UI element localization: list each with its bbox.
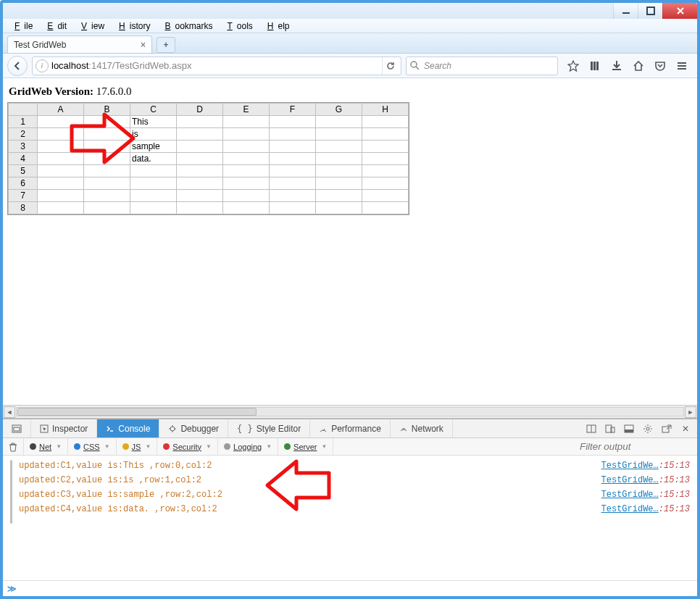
column-header-B[interactable]: B <box>84 104 130 116</box>
cell-E5[interactable] <box>223 165 270 177</box>
cell-F6[interactable] <box>270 177 316 190</box>
grid-corner[interactable] <box>9 104 38 116</box>
menu-tools[interactable]: Tools <box>218 21 257 31</box>
cell-D1[interactable] <box>177 116 223 128</box>
cell-F3[interactable] <box>270 141 316 153</box>
menu-file[interactable]: File <box>6 21 37 31</box>
cell-A3[interactable] <box>38 141 84 153</box>
devtools-popout-icon[interactable] <box>661 423 672 435</box>
cell-C6[interactable] <box>130 177 177 190</box>
cell-F8[interactable] <box>270 202 316 214</box>
console-log-source[interactable]: TestGridWe…:15:13 <box>601 461 690 471</box>
cell-D2[interactable] <box>177 128 223 141</box>
filter-logging[interactable]: Logging▼ <box>218 438 278 455</box>
cell-E4[interactable] <box>223 153 270 165</box>
cell-G4[interactable] <box>316 153 362 165</box>
cell-C8[interactable] <box>130 202 177 214</box>
cell-H4[interactable] <box>362 153 409 165</box>
cell-F1[interactable] <box>270 116 316 128</box>
devtools-settings-icon[interactable] <box>642 423 654 435</box>
console-log-source[interactable]: TestGridWe…:15:13 <box>601 490 690 500</box>
window-maximize-button[interactable] <box>638 3 662 19</box>
tab-performance[interactable]: Performance <box>310 419 391 437</box>
cell-C3[interactable]: sample <box>130 141 177 153</box>
cell-E8[interactable] <box>223 202 270 214</box>
row-header-1[interactable]: 1 <box>9 116 38 128</box>
scroll-left-button[interactable]: ◄ <box>4 406 15 418</box>
row-header-7[interactable]: 7 <box>9 190 38 202</box>
new-tab-button[interactable]: + <box>157 37 175 53</box>
cell-E3[interactable] <box>223 141 270 153</box>
cell-E6[interactable] <box>223 177 270 190</box>
tab-inspector[interactable]: Inspector <box>31 419 97 437</box>
console-prompt[interactable]: ≫ <box>3 580 697 596</box>
cell-G6[interactable] <box>316 177 362 190</box>
console-log-source[interactable]: TestGridWe…:15:13 <box>601 475 690 485</box>
cell-B3[interactable] <box>84 141 130 153</box>
cell-D4[interactable] <box>177 153 223 165</box>
horizontal-scrollbar[interactable]: ◄ ► <box>3 405 697 418</box>
column-header-D[interactable]: D <box>177 104 223 116</box>
cell-C5[interactable] <box>130 165 177 177</box>
cell-A6[interactable] <box>38 177 84 190</box>
cell-B5[interactable] <box>84 165 130 177</box>
cell-F7[interactable] <box>270 190 316 202</box>
menu-help[interactable]: Help <box>259 21 294 31</box>
devtools-responsive-icon[interactable] <box>604 423 616 435</box>
cell-G2[interactable] <box>316 128 362 141</box>
menu-view[interactable]: View <box>72 21 109 31</box>
cell-H5[interactable] <box>362 165 409 177</box>
column-header-C[interactable]: C <box>130 104 177 116</box>
cell-D6[interactable] <box>177 177 223 190</box>
tab-console[interactable]: Console <box>97 419 159 437</box>
cell-E1[interactable] <box>223 116 270 128</box>
cell-F4[interactable] <box>270 153 316 165</box>
cell-A2[interactable] <box>38 128 84 141</box>
cell-B1[interactable] <box>84 116 130 128</box>
row-header-8[interactable]: 8 <box>9 202 38 214</box>
cell-H7[interactable] <box>362 190 409 202</box>
cell-H3[interactable] <box>362 141 409 153</box>
console-log-source[interactable]: TestGridWe…:15:13 <box>601 504 690 514</box>
filter-server[interactable]: Server▼ <box>278 438 333 455</box>
clear-console-button[interactable] <box>3 438 24 455</box>
cell-G1[interactable] <box>316 116 362 128</box>
cell-D7[interactable] <box>177 190 223 202</box>
column-header-E[interactable]: E <box>223 104 270 116</box>
downloads-icon[interactable] <box>610 59 623 72</box>
scroll-right-button[interactable]: ► <box>685 406 696 418</box>
cell-H1[interactable] <box>362 116 409 128</box>
cell-F5[interactable] <box>270 165 316 177</box>
devtools-close-icon[interactable]: ✕ <box>680 423 691 435</box>
search-bar[interactable]: Search <box>406 56 558 75</box>
column-header-F[interactable]: F <box>270 104 316 116</box>
cell-A1[interactable] <box>38 116 84 128</box>
cell-H6[interactable] <box>362 177 409 190</box>
tab-debugger[interactable]: Debugger <box>159 419 228 437</box>
cell-C2[interactable]: is <box>130 128 177 141</box>
window-close-button[interactable] <box>662 3 697 19</box>
devtools-split-icon[interactable] <box>586 423 597 435</box>
cell-B6[interactable] <box>84 177 130 190</box>
cell-C7[interactable] <box>130 190 177 202</box>
cell-D3[interactable] <box>177 141 223 153</box>
cell-G3[interactable] <box>316 141 362 153</box>
cell-C1[interactable]: This <box>130 116 177 128</box>
pocket-icon[interactable] <box>654 59 667 72</box>
menu-history[interactable]: History <box>110 21 154 31</box>
cell-A8[interactable] <box>38 202 84 214</box>
filter-security[interactable]: Security▼ <box>157 438 218 455</box>
cell-G7[interactable] <box>316 190 362 202</box>
cell-E2[interactable] <box>223 128 270 141</box>
cell-E7[interactable] <box>223 190 270 202</box>
site-info-icon[interactable]: i <box>36 59 49 72</box>
devtools-dock-icon[interactable] <box>623 423 635 435</box>
row-header-3[interactable]: 3 <box>9 141 38 153</box>
back-button[interactable] <box>7 56 28 76</box>
cell-D8[interactable] <box>177 202 223 214</box>
cell-C4[interactable]: data. <box>130 153 177 165</box>
cell-B8[interactable] <box>84 202 130 214</box>
url-bar[interactable]: i localhost:1417/TestGridWeb.aspx <box>32 56 401 75</box>
filter-net[interactable]: Net▼ <box>24 438 68 455</box>
window-minimize-button[interactable] <box>613 3 638 19</box>
